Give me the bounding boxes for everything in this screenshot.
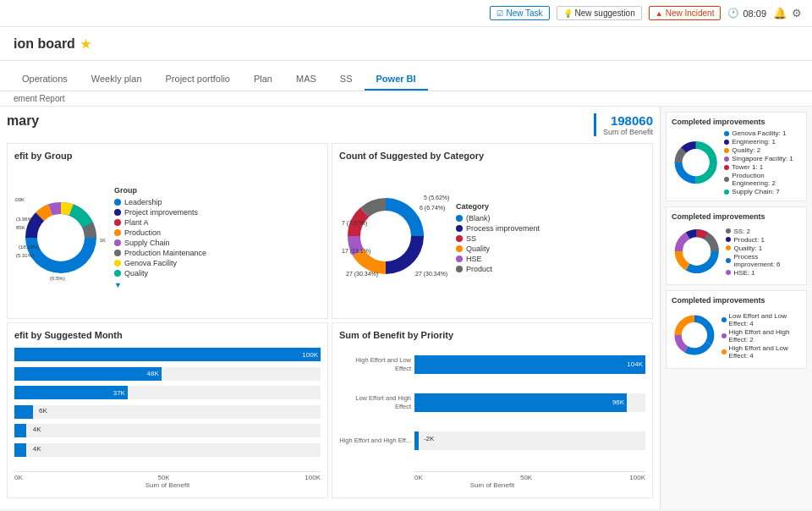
legend-leadership: Leadership — [114, 198, 206, 206]
tab-mas[interactable]: MAS — [284, 69, 328, 91]
legend-production: Production — [114, 228, 206, 237]
svg-point-8 — [367, 217, 404, 255]
legend-supply-chain: Supply Chain — [114, 239, 206, 247]
legend-process-improvement: Process improvement — [456, 224, 540, 233]
sidebar-legend-1: Genova Facility: 1 Engineering: 1 Qualit… — [724, 129, 801, 195]
legend-prod-maintenance: Production Maintenance — [114, 249, 206, 257]
bar-row-3: 6K — [14, 405, 321, 419]
sidebar-panel-2: Completed improvements SS: 2 — [666, 206, 807, 285]
sidebar-donut-3 — [672, 308, 718, 363]
sidebar-panel-3: Completed improvements Low Effort and Lo… — [666, 290, 807, 369]
svg-text:85K: 85K — [16, 225, 25, 230]
bell-icon[interactable]: 🔔 — [773, 7, 787, 19]
benefit-by-month-chart: 100K 48K — [14, 345, 321, 489]
legend-quality: Quality — [114, 269, 206, 277]
tab-weekly-plan[interactable]: Weekly plan — [80, 69, 154, 91]
priority-chart: High Effort and Low Effect 104K Low Effo… — [339, 345, 645, 489]
nav-tabs: Operations Weekly plan Project portfolio… — [0, 61, 812, 91]
sidebar-legend-3: Low Effort and Low Effect: 4 High Effort… — [721, 312, 801, 360]
sidebar-donut-2 — [672, 224, 722, 279]
svg-text:6 (6.74%): 6 (6.74%) — [420, 205, 445, 212]
tab-plan[interactable]: Plan — [242, 69, 284, 91]
sidebar-chart-1: Genova Facility: 1 Engineering: 1 Qualit… — [672, 129, 801, 195]
sidebar-chart-3: Low Effort and Low Effect: 4 High Effort… — [672, 308, 801, 363]
svg-text:100K: 100K — [14, 197, 25, 202]
benefit-label: Sum of Benefit — [603, 128, 653, 136]
legend-quality-cat: Quality — [456, 245, 540, 253]
benefit-box: 198060 Sum of Benefit — [594, 113, 653, 136]
new-suggestion-button[interactable]: 💡 New suggestion — [557, 6, 642, 20]
priority-axis: 0K50K100K — [414, 471, 645, 481]
priority-row-1: Low Effort and High Effect 96K — [339, 393, 645, 412]
suggestion-icon: 💡 — [563, 9, 573, 18]
bar-row-5: 4K — [14, 443, 321, 457]
category-donut: 5 (5.62%) 6 (6.74%) 7 (7.87%) 17 (19.1%)… — [339, 187, 449, 288]
title-bar: ion board ★ — [0, 27, 812, 61]
legend-ss: SS — [456, 234, 540, 243]
svg-text:1K: 1K — [100, 238, 106, 243]
sidebar-chart-2: SS: 2 Product: 1 Quality: 1 Process impr… — [672, 224, 801, 279]
svg-text:(5.31%): (5.31%) — [16, 253, 34, 258]
sub-header: ement Report — [0, 91, 812, 107]
sidebar-legend-2: SS: 2 Product: 1 Quality: 1 Process impr… — [726, 228, 801, 277]
svg-point-16 — [688, 242, 706, 261]
svg-point-17 — [686, 327, 703, 343]
clock-icon: 🕐 — [727, 8, 739, 19]
svg-text:(3.96%): (3.96%) — [16, 217, 34, 222]
legend-project-improvements: Project improvements — [114, 208, 206, 217]
svg-text:5 (5.62%): 5 (5.62%) — [424, 195, 449, 201]
legend-plant-a: Plant A — [114, 218, 206, 227]
legend-product: Product — [456, 265, 540, 273]
bar-row-2: 37K — [14, 386, 321, 399]
tab-ss[interactable]: SS — [328, 69, 365, 91]
new-incident-button[interactable]: ▲ New Incident — [649, 6, 721, 20]
svg-point-15 — [687, 153, 705, 172]
svg-text:(0.5%): (0.5%) — [50, 276, 65, 281]
favorite-star[interactable]: ★ — [80, 37, 91, 51]
content-area: mary 198060 Sum of Benefit efit by Group — [0, 107, 660, 509]
legend-hse: HSE — [456, 255, 540, 263]
benefit-group-donut: 100K 1K (18.18%) 85K (3.96%) (0.5%) (5.3… — [14, 191, 107, 284]
benefit-by-group-chart: 100K 1K (18.18%) 85K (3.96%) (0.5%) (5.3… — [14, 166, 321, 310]
show-more-button[interactable]: ▼ — [114, 281, 206, 289]
tab-power-bi[interactable]: Power BI — [365, 69, 428, 91]
top-bar: ☑ New Task 💡 New suggestion ▲ New Incide… — [0, 0, 812, 27]
page-title: ion board ★ — [14, 36, 91, 52]
new-task-button[interactable]: ☑ New Task — [490, 6, 549, 20]
count-by-category-panel: Count of Suggested by Category — [332, 143, 653, 319]
month-axis-label: Sum of Benefit — [14, 481, 321, 489]
priority-row-2: High Effort and High Eff... -2K — [339, 431, 645, 450]
count-by-category-title: Count of Suggested by Category — [339, 151, 645, 161]
group-legend-header: Group — [114, 186, 206, 195]
bar-row-1: 48K — [14, 367, 321, 381]
svg-text:(18.18%): (18.18%) — [19, 245, 39, 250]
svg-point-0 — [42, 219, 80, 256]
benefit-by-group-panel: efit by Group — [7, 143, 328, 319]
settings-icon[interactable]: ⚙ — [792, 7, 802, 19]
tab-project-portfolio[interactable]: Project portfolio — [154, 69, 242, 91]
sidebar-donut-1 — [672, 135, 721, 190]
benefit-by-month-panel: efit by Suggested Month 100K — [7, 322, 328, 498]
bar-row-0: 100K — [14, 348, 321, 361]
benefit-by-priority-panel: Sum of Benefit by Priority High Effort a… — [332, 322, 653, 498]
sidebar-panel-1: Completed improvements Genova Facility: … — [666, 112, 807, 201]
month-axis: 0K50K100K — [14, 471, 321, 481]
summary-title: mary — [7, 113, 39, 129]
priority-axis-label: Sum of Benefit — [339, 481, 645, 489]
category-legend: Category (Blank) Process improvement SS … — [456, 202, 540, 273]
right-sidebar: Completed improvements Genova Facility: … — [660, 107, 812, 509]
count-by-category-chart: 5 (5.62%) 6 (6.74%) 7 (7.87%) 17 (19.1%)… — [339, 166, 645, 310]
sidebar-panel-2-title: Completed improvements — [672, 212, 801, 221]
time-display: 🕐 08:09 — [727, 8, 766, 19]
task-icon: ☑ — [497, 9, 503, 18]
benefit-by-priority-title: Sum of Benefit by Priority — [339, 330, 645, 340]
bar-row-4: 4K — [14, 424, 321, 437]
main-layout: mary 198060 Sum of Benefit efit by Group — [0, 107, 812, 509]
benefit-group-legend: Group Leadership Project improvements Pl… — [114, 186, 206, 289]
tab-operations[interactable]: Operations — [10, 69, 80, 91]
incident-icon: ▲ — [656, 9, 663, 18]
svg-text:17 (19.1%): 17 (19.1%) — [342, 248, 370, 255]
benefit-by-month-title: efit by Suggested Month — [14, 330, 321, 340]
summary-header: mary 198060 Sum of Benefit — [7, 113, 653, 136]
sidebar-panel-3-title: Completed improvements — [672, 296, 801, 305]
